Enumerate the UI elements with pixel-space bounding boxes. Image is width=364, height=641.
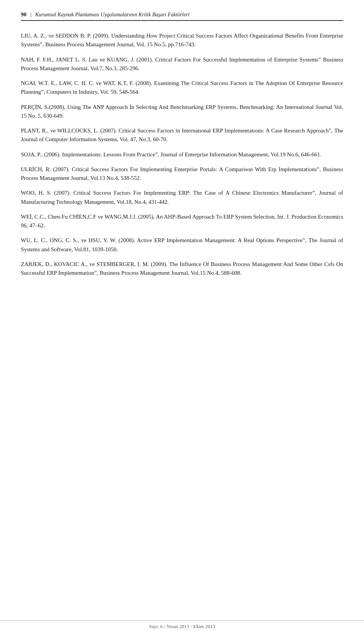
header-divider: | (30, 11, 31, 18)
list-item: WU, L. C., ONG, C. S., ve HSU, Y. W. (20… (21, 236, 343, 254)
reference-text: LIU, A. Z., ve SEDDON B. P. (2009). Unde… (21, 31, 343, 49)
list-item: PERÇİN, S.(2008), Using The ANP Approach… (21, 103, 343, 121)
list-item: ULRİCH, R. (2007). Critical Success Fact… (21, 165, 343, 183)
page-number: 90 (21, 11, 27, 18)
journal-title: Kurumsal Kaynak Planlaması Uygulamaların… (35, 12, 190, 18)
page-header: 90 | Kurumsal Kaynak Planlaması Uygulama… (21, 11, 343, 21)
footer-text: Sayı: 6 / Nisan 2013 - Ekim 2013 (149, 624, 215, 629)
reference-text: WOO, H. S. (2007). Critical Success Fact… (21, 189, 343, 206)
list-item: WEİ, C.C., Chen-Fu CHİEN,C.F ve WANG,M.J… (21, 213, 343, 230)
list-item: PLANT, R., ve WILLCOCKS, L. (2007). Crit… (21, 126, 343, 144)
list-item: LIU, A. Z., ve SEDDON B. P. (2009). Unde… (21, 31, 343, 49)
reference-text: NGAI, W.T. E., LAW, C. H. C. ve WAT, K.T… (21, 79, 343, 97)
list-item: NGAI, W.T. E., LAW, C. H. C. ve WAT, K.T… (21, 79, 343, 97)
reference-text: WEİ, C.C., Chen-Fu CHİEN,C.F ve WANG,M.J… (21, 213, 343, 230)
reference-text: WU, L. C., ONG, C. S., ve HSU, Y. W. (20… (21, 236, 343, 254)
list-item: ZABJEK, D., KOVACIC A., ve STEMBERGER, I… (21, 260, 343, 278)
page-container: 90 | Kurumsal Kaynak Planlaması Uygulama… (0, 0, 364, 314)
reference-text: ZABJEK, D., KOVACIC A., ve STEMBERGER, I… (21, 260, 343, 278)
reference-text: PERÇİN, S.(2008), Using The ANP Approach… (21, 103, 343, 121)
list-item: NAH, F. F.H., JANET L. S. Lau ve KUANG, … (21, 55, 343, 73)
reference-text: ULRİCH, R. (2007). Critical Success Fact… (21, 165, 343, 183)
page-footer: Sayı: 6 / Nisan 2013 - Ekim 2013 (0, 620, 364, 630)
references-section: LIU, A. Z., ve SEDDON B. P. (2009). Unde… (21, 31, 343, 277)
list-item: WOO, H. S. (2007). Critical Success Fact… (21, 189, 343, 206)
reference-text: PLANT, R., ve WILLCOCKS, L. (2007). Crit… (21, 126, 343, 144)
reference-text: NAH, F. F.H., JANET L. S. Lau ve KUANG, … (21, 55, 343, 73)
list-item: SOJA, P., (2006). Implementations: Lesso… (21, 150, 343, 159)
reference-text: SOJA, P., (2006). Implementations: Lesso… (21, 150, 343, 159)
